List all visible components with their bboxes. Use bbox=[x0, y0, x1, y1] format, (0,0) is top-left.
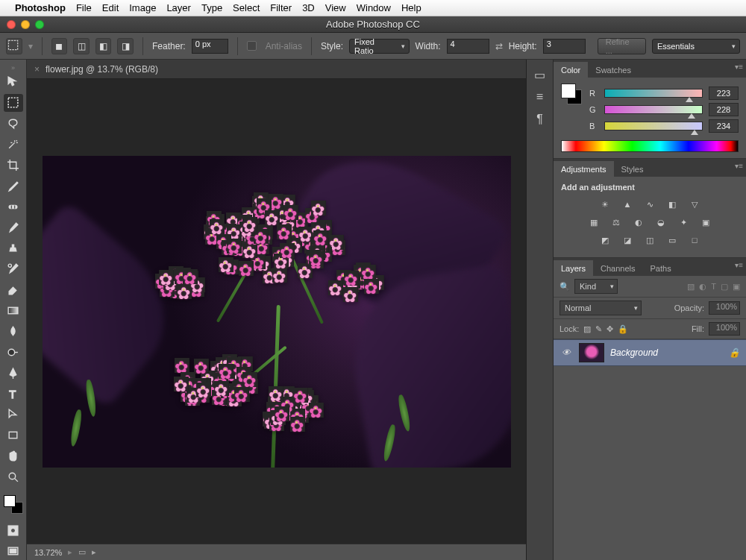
tools-collapse-handle[interactable]: » bbox=[6, 64, 21, 70]
style-select[interactable]: Fixed Ratio bbox=[349, 39, 410, 54]
lock-pixels-icon[interactable]: ✎ bbox=[595, 324, 602, 334]
doc-info-menu-icon[interactable]: ▸ bbox=[92, 547, 96, 557]
path-selection-tool[interactable] bbox=[4, 406, 23, 424]
feather-input[interactable]: 0 px bbox=[192, 39, 228, 54]
layers-panel-menu-icon[interactable]: ▾≡ bbox=[735, 261, 743, 269]
zoom-tool[interactable] bbox=[4, 468, 23, 486]
color-fg-bg-swatch[interactable] bbox=[561, 84, 582, 104]
b-value[interactable]: 234 bbox=[709, 119, 739, 133]
selective-color-icon[interactable]: □ bbox=[687, 233, 702, 247]
black-white-icon[interactable]: ◐ bbox=[631, 215, 646, 229]
color-spectrum[interactable] bbox=[561, 140, 739, 152]
tab-paths[interactable]: Paths bbox=[643, 260, 679, 276]
channel-mixer-icon[interactable]: ✦ bbox=[676, 215, 691, 229]
type-tool[interactable]: T bbox=[4, 385, 23, 403]
document-tab[interactable]: × flower.jpg @ 13.7% (RGB/8) bbox=[27, 60, 526, 79]
b-slider[interactable] bbox=[604, 122, 703, 130]
layer-name[interactable]: Background bbox=[610, 347, 658, 358]
color-panel-menu-icon[interactable]: ▾≡ bbox=[735, 63, 743, 71]
lock-position-icon[interactable]: ✥ bbox=[606, 324, 613, 334]
menu-image[interactable]: Image bbox=[129, 2, 156, 13]
lasso-tool[interactable] bbox=[4, 115, 23, 133]
history-brush-tool[interactable] bbox=[4, 260, 23, 278]
menu-filter[interactable]: Filter bbox=[270, 2, 292, 13]
brush-tool[interactable] bbox=[4, 218, 23, 236]
new-selection-icon[interactable]: ◼ bbox=[51, 38, 68, 54]
move-tool[interactable] bbox=[4, 73, 23, 91]
adjustments-panel-menu-icon[interactable]: ▾≡ bbox=[735, 162, 743, 170]
tab-adjustments[interactable]: Adjustments bbox=[554, 161, 614, 177]
tab-color[interactable]: Color bbox=[554, 62, 588, 78]
add-selection-icon[interactable]: ◫ bbox=[73, 38, 90, 54]
lock-all-icon[interactable]: 🔒 bbox=[618, 324, 628, 334]
workspace-select[interactable]: Essentials bbox=[652, 39, 740, 54]
r-slider[interactable] bbox=[604, 89, 703, 98]
properties-panel-icon[interactable]: ≡ bbox=[532, 89, 548, 104]
menu-edit[interactable]: Edit bbox=[102, 2, 119, 13]
menu-3d[interactable]: 3D bbox=[302, 2, 315, 13]
curves-icon[interactable]: ∿ bbox=[642, 198, 657, 211]
posterize-icon[interactable]: ◪ bbox=[620, 233, 635, 247]
exposure-icon[interactable]: ◧ bbox=[665, 198, 680, 211]
height-input[interactable]: 3 bbox=[543, 39, 586, 54]
filter-shape-icon[interactable]: ▢ bbox=[721, 282, 728, 292]
r-value[interactable]: 223 bbox=[709, 86, 739, 100]
intersect-selection-icon[interactable]: ◨ bbox=[117, 38, 134, 54]
healing-brush-tool[interactable] bbox=[4, 198, 23, 215]
crop-tool[interactable] bbox=[4, 157, 23, 174]
close-tab-icon[interactable]: × bbox=[34, 64, 40, 75]
filter-smart-icon[interactable]: ▣ bbox=[733, 282, 740, 292]
layer-thumbnail[interactable] bbox=[579, 343, 604, 362]
rectangle-tool[interactable] bbox=[4, 427, 23, 444]
pen-tool[interactable] bbox=[4, 364, 23, 382]
eyedropper-tool[interactable] bbox=[4, 177, 23, 195]
tab-layers[interactable]: Layers bbox=[554, 260, 593, 276]
opacity-input[interactable]: 100% bbox=[709, 301, 740, 315]
menu-type[interactable]: Type bbox=[201, 2, 222, 13]
width-input[interactable]: 4 bbox=[447, 39, 489, 54]
blur-tool[interactable] bbox=[4, 323, 23, 341]
color-balance-icon[interactable]: ⚖ bbox=[609, 215, 624, 229]
tab-swatches[interactable]: Swatches bbox=[588, 62, 639, 78]
layers-list[interactable]: 👁 Background 🔒 bbox=[554, 339, 746, 560]
filter-adjust-icon[interactable]: ◐ bbox=[699, 282, 706, 292]
photo-filter-icon[interactable]: ◒ bbox=[653, 215, 668, 229]
tab-styles[interactable]: Styles bbox=[614, 161, 651, 177]
filter-type-icon[interactable]: T bbox=[711, 282, 716, 292]
hand-tool[interactable] bbox=[4, 447, 23, 465]
menu-layer[interactable]: Layer bbox=[166, 2, 191, 13]
dodge-tool[interactable] bbox=[4, 343, 23, 361]
tool-preset-icon[interactable] bbox=[6, 38, 22, 54]
doc-info-icon[interactable]: ▭ bbox=[78, 547, 86, 557]
levels-icon[interactable]: ▲ bbox=[620, 198, 635, 211]
screen-mode-toggle[interactable] bbox=[4, 542, 23, 560]
canvas-area[interactable] bbox=[27, 79, 526, 544]
swap-wh-icon[interactable]: ⇄ bbox=[495, 41, 503, 51]
eraser-tool[interactable] bbox=[4, 281, 23, 299]
refine-edge-button[interactable]: Refine ... bbox=[598, 38, 646, 54]
foreground-background-swatch[interactable] bbox=[4, 495, 23, 515]
app-menu[interactable]: Photoshop bbox=[15, 2, 66, 13]
g-slider[interactable] bbox=[604, 105, 703, 114]
zoom-level[interactable]: 13.72% bbox=[34, 548, 62, 557]
menu-help[interactable]: Help bbox=[401, 2, 421, 13]
layer-row[interactable]: 👁 Background 🔒 bbox=[554, 339, 746, 366]
menu-file[interactable]: File bbox=[76, 2, 92, 13]
hue-saturation-icon[interactable]: ▦ bbox=[586, 215, 601, 229]
vibrance-icon[interactable]: ▽ bbox=[687, 198, 702, 211]
clone-stamp-tool[interactable] bbox=[4, 239, 23, 257]
character-panel-icon[interactable]: ¶ bbox=[532, 112, 548, 127]
magic-wand-tool[interactable] bbox=[4, 136, 23, 154]
tab-channels[interactable]: Channels bbox=[593, 260, 642, 276]
gradient-map-icon[interactable]: ▭ bbox=[665, 233, 680, 247]
g-value[interactable]: 228 bbox=[709, 103, 739, 116]
filter-pixel-icon[interactable]: ▧ bbox=[687, 282, 695, 292]
subtract-selection-icon[interactable]: ◧ bbox=[95, 38, 112, 54]
layer-filter-select[interactable]: Kind bbox=[574, 279, 618, 294]
quick-mask-toggle[interactable] bbox=[4, 521, 23, 539]
gradient-tool[interactable] bbox=[4, 302, 23, 320]
marquee-tool[interactable] bbox=[4, 94, 23, 112]
invert-icon[interactable]: ◩ bbox=[598, 233, 612, 247]
brightness-contrast-icon[interactable]: ☀ bbox=[598, 198, 612, 211]
blend-mode-select[interactable]: Normal bbox=[560, 301, 642, 315]
